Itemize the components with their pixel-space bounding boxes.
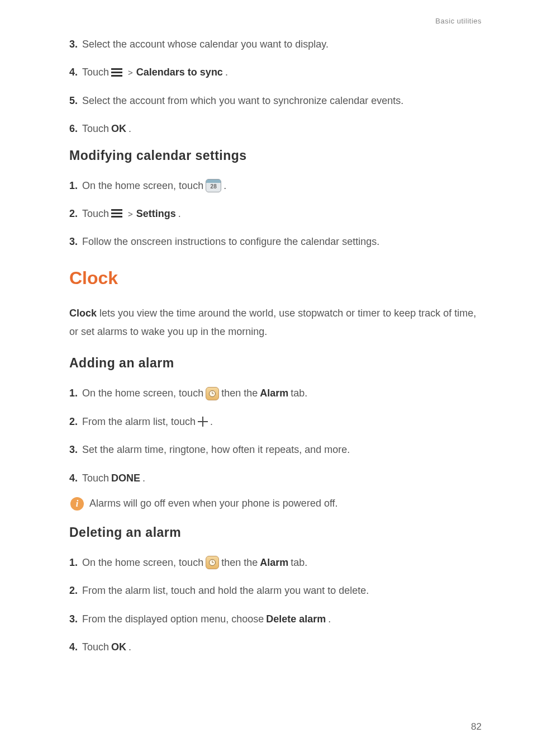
step-suffix: . — [225, 63, 228, 81]
step-bold: Delete alarm — [266, 610, 326, 628]
step-number: 3. — [69, 610, 78, 628]
note: i Alarms will go off even when your phon… — [70, 497, 482, 511]
step-suffix: tab. — [291, 554, 307, 571]
step-bold: Settings — [136, 205, 176, 223]
step-text: Touch — [82, 638, 109, 656]
step-4: 4. Touch > Calendars to sync. — [69, 63, 482, 81]
clock-icon — [206, 387, 219, 400]
step-number: 4. — [69, 638, 78, 656]
step-bold: Calendars to sync — [136, 63, 223, 81]
deleting-step-4: 4. Touch OK. — [69, 638, 482, 656]
deleting-step-2: 2. From the alarm list, touch and hold t… — [69, 582, 482, 599]
breadcrumb-separator: > — [128, 65, 133, 80]
calendar-icon: 28 — [206, 179, 221, 192]
step-5: 5. Select the account from which you wan… — [69, 92, 482, 110]
step-suffix: . — [178, 205, 181, 223]
page-content: Basic utilities 3. Select the account wh… — [0, 0, 533, 656]
step-number: 4. — [69, 63, 78, 81]
deleting-step-3: 3. From the displayed option menu, choos… — [69, 610, 482, 628]
note-text: Alarms will go off even when your phone … — [89, 498, 338, 509]
page-number: 82 — [471, 721, 482, 733]
heading-adding: Adding an alarm — [69, 356, 482, 371]
info-icon: i — [70, 497, 84, 511]
heading-modifying: Modifying calendar settings — [69, 148, 482, 163]
step-text: Set the alarm time, ringtone, how often … — [82, 441, 350, 459]
step-number: 3. — [69, 233, 78, 251]
step-number: 5. — [69, 92, 78, 110]
step-text: Touch — [82, 469, 109, 487]
clock-icon — [206, 556, 219, 569]
step-suffix: . — [142, 469, 145, 487]
step-number: 2. — [69, 582, 78, 599]
menu-icon — [111, 209, 122, 218]
step-suffix: . — [129, 120, 131, 138]
clock-intro: Clock lets you view the time around the … — [69, 304, 482, 342]
step-3: 3. Select the account whose calendar you… — [69, 35, 482, 53]
step-number: 1. — [69, 384, 78, 402]
step-text: Select the account from which you want t… — [82, 92, 403, 110]
step-bold: DONE — [111, 469, 140, 487]
deleting-step-1: 1. On the home screen, touch then the Al… — [69, 554, 482, 571]
step-number: 1. — [69, 554, 78, 571]
step-suffix: tab. — [291, 384, 307, 402]
adding-step-1: 1. On the home screen, touch then the Al… — [69, 384, 482, 402]
step-text: Follow the onscreen instructions to conf… — [82, 233, 379, 251]
heading-deleting: Deleting an alarm — [69, 525, 482, 540]
modifying-step-1: 1. On the home screen, touch 28 . — [69, 177, 482, 195]
step-text: On the home screen, touch — [82, 384, 203, 402]
menu-icon — [111, 68, 122, 77]
step-bold: OK — [111, 120, 126, 138]
step-6: 6. Touch OK. — [69, 120, 482, 138]
step-text: From the alarm list, touch and hold the … — [82, 582, 369, 599]
step-number: 6. — [69, 120, 78, 138]
plus-icon — [198, 417, 208, 427]
step-text: Select the account whose calendar you wa… — [82, 35, 329, 53]
step-suffix: . — [129, 638, 131, 656]
step-number: 2. — [69, 413, 78, 431]
step-suffix: . — [223, 177, 226, 195]
step-text: Touch — [82, 120, 109, 138]
adding-step-3: 3. Set the alarm time, ringtone, how oft… — [69, 441, 482, 459]
step-text: On the home screen, touch — [82, 177, 203, 195]
adding-step-4: 4. Touch DONE. — [69, 469, 482, 487]
step-number: 2. — [69, 205, 78, 223]
step-text: Touch — [82, 205, 109, 223]
step-number: 4. — [69, 469, 78, 487]
step-suffix: . — [210, 413, 213, 431]
step-mid: then the — [221, 384, 258, 402]
step-bold: Alarm — [260, 384, 288, 402]
adding-step-2: 2. From the alarm list, touch . — [69, 413, 482, 431]
modifying-step-3: 3. Follow the onscreen instructions to c… — [69, 233, 482, 251]
step-text: From the displayed option menu, choose — [82, 610, 264, 628]
heading-clock: Clock — [69, 268, 482, 289]
intro-bold: Clock — [69, 308, 97, 319]
step-suffix: . — [328, 610, 331, 628]
breadcrumb-separator: > — [128, 206, 133, 221]
step-number: 1. — [69, 177, 78, 195]
step-bold: OK — [111, 638, 126, 656]
step-text: Touch — [82, 63, 109, 81]
step-mid: then the — [221, 554, 258, 571]
step-text: On the home screen, touch — [82, 554, 203, 571]
step-number: 3. — [69, 441, 78, 459]
modifying-step-2: 2. Touch > Settings. — [69, 205, 482, 223]
intro-text: lets you view the time around the world,… — [69, 308, 476, 337]
section-header: Basic utilities — [69, 17, 482, 25]
step-text: From the alarm list, touch — [82, 413, 196, 431]
calendar-day: 28 — [211, 182, 217, 192]
step-bold: Alarm — [260, 554, 288, 571]
step-number: 3. — [69, 35, 78, 53]
